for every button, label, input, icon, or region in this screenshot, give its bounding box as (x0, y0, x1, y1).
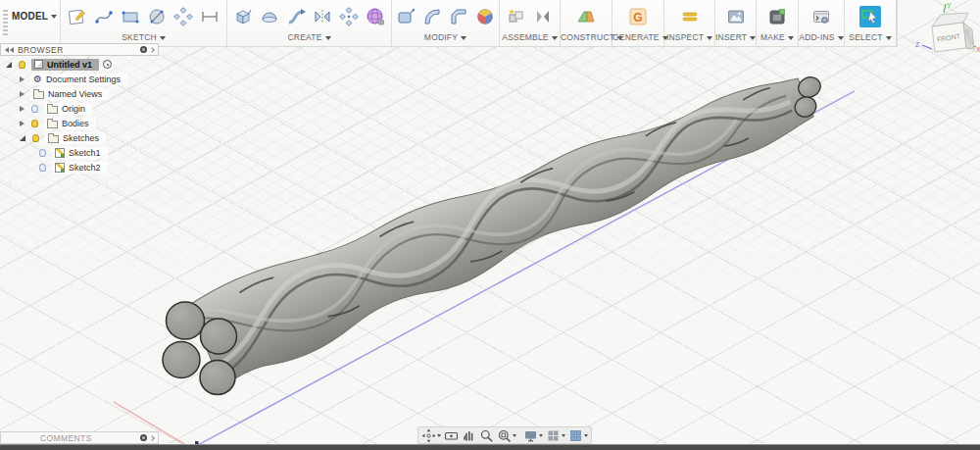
group-label-select[interactable]: SELECT (849, 32, 882, 42)
sketch-pattern-button[interactable] (172, 4, 196, 28)
visibility-bulb-icon[interactable] (19, 61, 25, 69)
tree-row-untitled[interactable]: Untitled v1 (6, 57, 112, 72)
revolve-button[interactable] (258, 4, 282, 28)
new-component-button[interactable] (505, 4, 529, 28)
panel-options-icon[interactable] (140, 434, 147, 441)
grid-icon (546, 428, 561, 443)
rope-body-model[interactable] (186, 51, 823, 388)
tree-item-chip[interactable]: Sketch1 (52, 147, 108, 159)
isolate-icon[interactable] (103, 60, 112, 69)
viewport-canvas[interactable] (0, 0, 980, 450)
visibility-bulb-icon[interactable] (32, 134, 39, 142)
pattern-button[interactable] (337, 4, 362, 28)
tree-row-origin[interactable]: Origin (20, 101, 92, 116)
generate-button[interactable]: G (626, 4, 651, 28)
rectangle-button[interactable] (119, 4, 143, 28)
look-at-button[interactable] (444, 428, 459, 443)
fillet-button[interactable] (420, 4, 445, 28)
panel-flyout-icon[interactable] (149, 47, 155, 53)
tree-item-chip[interactable]: Bodies (44, 118, 96, 129)
tree-item-chip[interactable]: Untitled v1 (31, 59, 99, 71)
expand-triangle-icon[interactable] (20, 76, 24, 82)
fillet-icon (421, 6, 443, 27)
view-cube[interactable]: Y Z X FRONT RIGHT (900, 0, 980, 74)
sketch-pattern-icon (172, 6, 194, 27)
panel-options-icon[interactable] (140, 46, 147, 53)
select-button[interactable] (858, 4, 883, 28)
expand-triangle-icon[interactable] (20, 106, 24, 112)
tree-item-chip[interactable]: Sketch2 (52, 162, 108, 174)
viewports-button[interactable] (568, 428, 588, 443)
visibility-bulb-icon[interactable] (39, 149, 46, 157)
press-pull-button[interactable] (394, 4, 418, 28)
tree-item-chip[interactable]: ⚙ Document Settings (30, 74, 127, 85)
chevron-down-icon (160, 36, 166, 40)
tree-row-named-views[interactable]: Named Views (20, 86, 109, 101)
browser-panel-header[interactable]: BROWSER (0, 43, 159, 56)
expand-triangle-icon[interactable] (20, 121, 24, 126)
comments-panel-header[interactable]: COMMENTS (0, 431, 159, 444)
workspace-dropdown[interactable]: MODEL (12, 11, 57, 22)
tree-item-chip[interactable]: Sketches (45, 132, 106, 144)
joint-button[interactable] (531, 4, 556, 28)
group-label-create[interactable]: CREATE (287, 32, 321, 42)
visibility-bulb-icon[interactable] (31, 105, 38, 113)
chamfer-icon (448, 6, 469, 27)
measure-button[interactable] (677, 4, 702, 28)
tree-row-sketches[interactable]: Sketches (20, 130, 106, 145)
zoom-button[interactable] (479, 428, 494, 443)
collapse-panel-icon[interactable] (5, 47, 14, 53)
group-label-insert[interactable]: INSERT (715, 32, 747, 42)
create-form-button[interactable] (364, 4, 388, 28)
construction-plane-button[interactable] (574, 4, 599, 28)
toolbar-group-generate: G GENERATE (612, 0, 664, 46)
magnifier-icon (479, 428, 494, 443)
chamfer-button[interactable] (447, 4, 471, 28)
scripts-addins-button[interactable] (809, 4, 834, 28)
panel-flyout-icon[interactable] (149, 435, 155, 441)
axis-z-label: Z (915, 41, 920, 48)
expand-triangle-icon[interactable] (20, 91, 24, 97)
navigation-toolbar (417, 426, 592, 444)
folder-icon (33, 91, 44, 99)
3d-print-button[interactable] (765, 4, 790, 28)
tree-row-sketch1[interactable]: Sketch1 (39, 145, 108, 160)
group-label-construct[interactable]: CONSTRUCT (561, 32, 614, 42)
appearance-button[interactable] (473, 4, 498, 28)
tree-item-chip[interactable]: Named Views (30, 88, 109, 100)
press-pull-icon (395, 6, 416, 27)
create-sketch-button[interactable] (66, 4, 90, 28)
tree-row-bodies[interactable]: Bodies (20, 116, 96, 130)
expand-triangle-icon[interactable] (6, 62, 12, 68)
grid-snaps-button[interactable] (546, 428, 565, 443)
group-label-inspect[interactable]: INSPECT (666, 32, 704, 42)
pattern-icon (338, 6, 360, 27)
group-label-generate[interactable]: GENERATE (612, 32, 660, 42)
extrude-button[interactable] (231, 4, 256, 28)
insert-image-button[interactable] (723, 4, 748, 28)
visibility-bulb-icon[interactable] (31, 120, 38, 127)
generate-icon: G (627, 6, 649, 27)
display-settings-button[interactable] (523, 428, 543, 443)
spline-button[interactable] (92, 4, 117, 28)
tree-item-chip[interactable]: Origin (44, 103, 92, 115)
group-label-modify[interactable]: MODIFY (424, 32, 458, 42)
group-label-addins[interactable]: ADD-INS (799, 32, 834, 42)
pan-button[interactable] (462, 428, 476, 443)
visibility-bulb-icon[interactable] (39, 164, 46, 172)
sketch-dimension-button[interactable] (198, 4, 222, 28)
viewports-icon (568, 428, 583, 443)
group-label-assemble[interactable]: ASSEMBLE (502, 32, 548, 42)
orbit-button[interactable] (421, 428, 441, 443)
sweep-button[interactable] (284, 4, 309, 28)
tree-row-sketch2[interactable]: Sketch2 (39, 160, 108, 175)
toolbar-group-sketch: SKETCH (61, 0, 227, 46)
circle-button[interactable] (145, 4, 170, 28)
construction-plane-icon (575, 6, 597, 27)
expand-triangle-icon[interactable] (20, 135, 25, 141)
group-label-make[interactable]: MAKE (760, 32, 785, 42)
zoom-window-button[interactable] (497, 428, 516, 443)
group-label-sketch[interactable]: SKETCH (122, 32, 157, 42)
mirror-button[interactable] (311, 4, 335, 28)
tree-row-document-settings[interactable]: ⚙ Document Settings (20, 72, 127, 86)
